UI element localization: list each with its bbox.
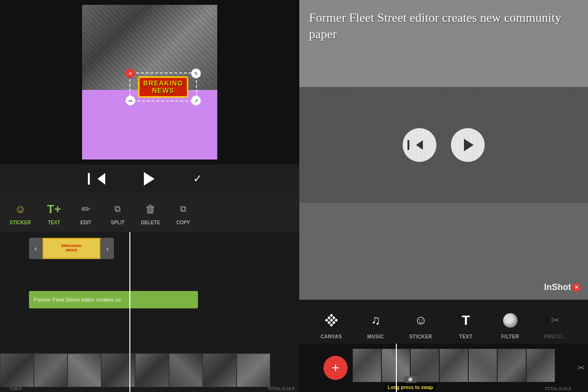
film-frame-5 [135,353,169,387]
text-tool[interactable]: T+ TEXT [45,201,63,225]
right-sticker-icon: ☺ [410,310,432,331]
copy-icon: ⧉ [174,201,192,218]
split-label: SPLIT [111,220,125,225]
bn-line2: NEWS [143,87,183,94]
watermark-circle: ✕ [572,283,581,292]
right-play-icon [464,139,474,151]
track-arrow-right[interactable]: › [100,238,114,259]
right-text-icon: T [455,310,476,331]
right-sticker-label: STICKER [409,334,432,339]
sticker-track-row: ‹ BREAKINGNEWS › [0,236,299,259]
play-button[interactable] [144,172,154,186]
sticker-border: ✕ ✎ ⇔ ↗ BREAKING NEWS [129,73,197,102]
text-label: TEXT [48,220,60,225]
delete-label: DELETE [141,220,160,225]
r-film-frame-5 [468,348,497,382]
sticker-track[interactable]: ‹ BREAKINGNEWS › [29,238,114,259]
inshot-text: InShot [544,282,571,292]
swap-handle[interactable] [403,376,418,383]
skip-to-start-button[interactable] [98,173,105,185]
subtitle-track-row: Former Fleet Street editor creates ne [0,264,299,287]
copy-label: COPY [176,220,190,225]
sticker-move-handle[interactable]: ⇔ [126,96,135,105]
inshot-watermark: InShot ✕ [544,282,581,292]
music-label: MUSIC [367,334,384,339]
right-preview: Former Fleet Street editor creates new c… [299,0,588,300]
swap-text: Long press to swap [385,384,436,391]
add-clip-button[interactable]: + [323,356,348,380]
film-frame-1 [0,353,34,387]
precut-tool[interactable]: ✂ PRECU... [544,310,567,339]
text-icon: T+ [45,201,63,218]
edit-label: EDIT [81,220,92,225]
edit-icon: ✏ [77,201,95,218]
music-tool[interactable]: ♫ MUSIC [365,310,386,339]
right-video-top: Former Fleet Street editor creates new c… [299,0,588,87]
right-tools-row: CANVAS ♫ MUSIC ☺ STICKER T TEXT [299,300,588,344]
video-canvas[interactable]: ✕ ✎ ⇔ ↗ BREAKING NEWS [82,5,217,160]
filter-icon [500,310,521,331]
news-headline: Former Fleet Street editor creates new c… [309,10,578,43]
breaking-news-img: BREAKING NEWS [138,76,189,98]
track-arrow-left[interactable]: ‹ [29,238,42,259]
r-film-frame-7 [526,348,555,382]
film-frame-6 [169,353,203,387]
film-frame-3 [68,353,101,387]
right-skip-icon [416,140,423,150]
edit-tool[interactable]: ✏ EDIT [77,201,95,225]
right-timeline: + Long press to swap ✂ [299,344,588,392]
canvas-tool[interactable]: CANVAS [321,310,342,339]
left-toolbar: ☺ STICKER T+ TEXT ✏ EDIT ⧉ SPLIT 🗑 DELET… [0,193,299,232]
delete-icon: 🗑 [142,201,159,218]
right-video-bot: InShot ✕ [299,203,588,300]
right-text-tool[interactable]: T TEXT [455,310,476,339]
right-play-button[interactable] [451,128,485,162]
play-icon [144,172,154,186]
canvas-label: CANVAS [321,334,342,339]
precut-label: PRECU... [544,334,567,339]
right-video-mid [299,87,588,203]
breaking-news-sticker[interactable]: ✕ ✎ ⇔ ↗ BREAKING NEWS [129,73,197,102]
right-total-time: TOTAL 0:16.6 [545,386,571,391]
skip-start-icon [98,173,105,185]
r-film-frame-6 [497,348,526,382]
sticker-thumbnail: BREAKINGNEWS [42,238,100,259]
delete-tool[interactable]: 🗑 DELETE [141,201,160,225]
subtitle-track[interactable]: Former Fleet Street editor creates ne [29,291,198,308]
r-film-frame-4 [439,348,468,382]
subtitle-text: Former Fleet Street editor creates ne [34,297,121,303]
right-text-label: TEXT [459,334,473,339]
split-icon: ⧉ [109,201,126,218]
left-video-preview: ✕ ✎ ⇔ ↗ BREAKING NEWS [0,0,299,164]
right-bottom-toolbar: CANVAS ♫ MUSIC ☺ STICKER T TEXT [299,300,588,392]
right-skip-button[interactable] [403,128,436,162]
timeline-cursor[interactable] [129,232,130,392]
film-frame-2 [34,353,68,387]
sticker-edit-handle[interactable]: ✎ [191,69,201,78]
r-film-frame-1 [352,348,381,382]
right-panel: Former Fleet Street editor creates new c… [299,0,588,392]
total-time: TOTAL 0:16.6 [268,386,294,391]
scissors-area[interactable]: ✂ [574,344,588,392]
sticker-label: STICKER [10,220,31,225]
filmstrip [0,353,299,387]
right-sticker-tool[interactable]: ☺ STICKER [409,310,432,339]
sticker-delete-handle[interactable]: ✕ [126,69,135,78]
left-panel: ✕ ✎ ⇔ ↗ BREAKING NEWS [0,0,299,392]
filter-label: FILTER [501,334,519,339]
sticker-icon: ☺ [12,201,29,218]
film-frame-7 [203,353,237,387]
swap-tooltip: Long press to swap [385,376,436,391]
split-tool[interactable]: ⧉ SPLIT [109,201,126,225]
bn-line1: BREAKING [143,80,183,87]
copy-tool[interactable]: ⧉ COPY [174,201,192,225]
confirm-button[interactable]: ✓ [193,173,202,185]
sticker-tool[interactable]: ☺ STICKER [10,201,31,225]
right-timeline-cursor[interactable] [396,344,397,392]
left-timeline: ‹ BREAKINGNEWS › Former Fleet Street edi… [0,232,299,392]
swap-handle-dot [408,377,412,381]
current-time: 0:00.6 [10,386,22,391]
film-frame-8 [237,353,270,387]
sticker-resize-handle[interactable]: ↗ [191,96,201,105]
filter-tool[interactable]: FILTER [500,310,521,339]
